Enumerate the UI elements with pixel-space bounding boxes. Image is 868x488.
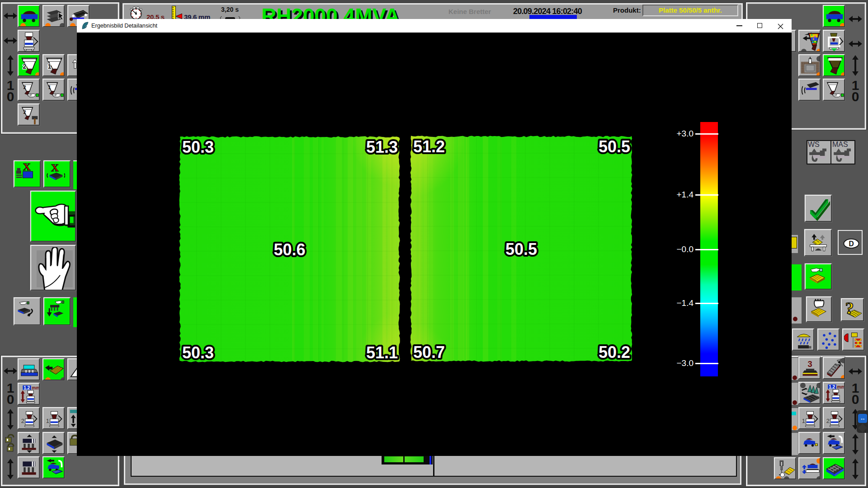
svg-text:1.2: 1.2 [24, 385, 30, 390]
svg-text:50.7: 50.7 [413, 343, 445, 361]
svg-text:X: X [23, 162, 31, 173]
svg-text:50.2: 50.2 [599, 343, 630, 361]
svg-text:1: 1 [46, 418, 49, 424]
svg-text:51.2: 51.2 [413, 137, 445, 156]
svg-text:X: X [51, 162, 59, 174]
svg-text:51.3: 51.3 [366, 138, 398, 156]
svg-text:3: 3 [808, 359, 812, 369]
svg-text:1: 1 [48, 85, 51, 90]
svg-text:2: 2 [826, 418, 830, 424]
svg-text:mm: mm [837, 385, 845, 389]
svg-text:2: 2 [23, 63, 26, 70]
svg-text:1.2: 1.2 [829, 385, 835, 389]
svg-text:50.5: 50.5 [505, 240, 537, 258]
svg-text:50.3: 50.3 [182, 343, 214, 362]
svg-text:2: 2 [24, 85, 26, 90]
svg-text:mm: mm [32, 385, 40, 390]
svg-text:1: 1 [47, 63, 51, 70]
svg-text:50.6: 50.6 [274, 240, 305, 259]
svg-text:51.1: 51.1 [366, 343, 398, 362]
svg-text:D: D [849, 240, 854, 248]
svg-text:50.3: 50.3 [182, 138, 214, 156]
svg-text:2: 2 [24, 110, 26, 115]
svg-text:1: 1 [802, 418, 805, 424]
svg-text:50.5: 50.5 [599, 137, 630, 156]
svg-text:2: 2 [21, 418, 24, 424]
svg-text:?: ? [845, 300, 854, 318]
